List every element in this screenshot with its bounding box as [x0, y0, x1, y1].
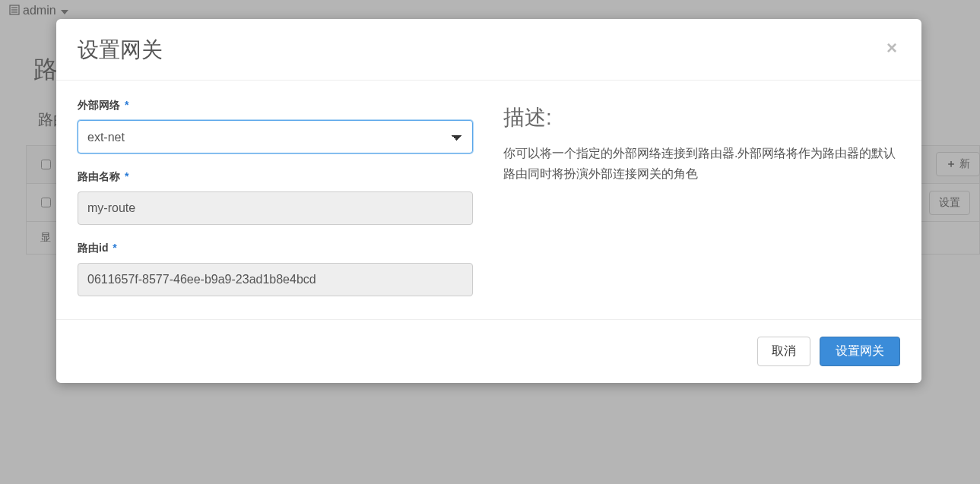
- modal-title: 设置网关: [78, 36, 883, 65]
- submit-label: 设置网关: [836, 344, 884, 357]
- router-id-field: [78, 263, 473, 296]
- submit-button[interactable]: 设置网关: [820, 337, 900, 366]
- label-text: 路由id: [78, 242, 108, 254]
- router-name-label: 路由名称 *: [78, 170, 473, 184]
- set-gateway-modal: 设置网关 × 外部网络 * ext-net 路由名称 *: [56, 19, 921, 383]
- close-icon[interactable]: ×: [883, 36, 900, 60]
- label-text: 外部网络: [78, 99, 120, 111]
- description-text: 你可以将一个指定的外部网络连接到路由器.外部网络将作为路由器的默认路由同时将扮演…: [503, 143, 900, 184]
- router-id-label: 路由id *: [78, 242, 473, 255]
- router-name-field: [78, 191, 473, 225]
- required-marker: *: [113, 242, 116, 254]
- description-heading: 描述:: [503, 103, 900, 132]
- required-marker: *: [125, 170, 128, 182]
- external-network-select[interactable]: ext-net: [78, 120, 473, 153]
- cancel-button[interactable]: 取消: [757, 337, 810, 366]
- modal-header: 设置网关 ×: [56, 19, 921, 81]
- label-text: 路由名称: [78, 170, 120, 182]
- cancel-label: 取消: [772, 344, 796, 357]
- required-marker: *: [125, 99, 128, 111]
- external-network-label: 外部网络 *: [78, 99, 473, 112]
